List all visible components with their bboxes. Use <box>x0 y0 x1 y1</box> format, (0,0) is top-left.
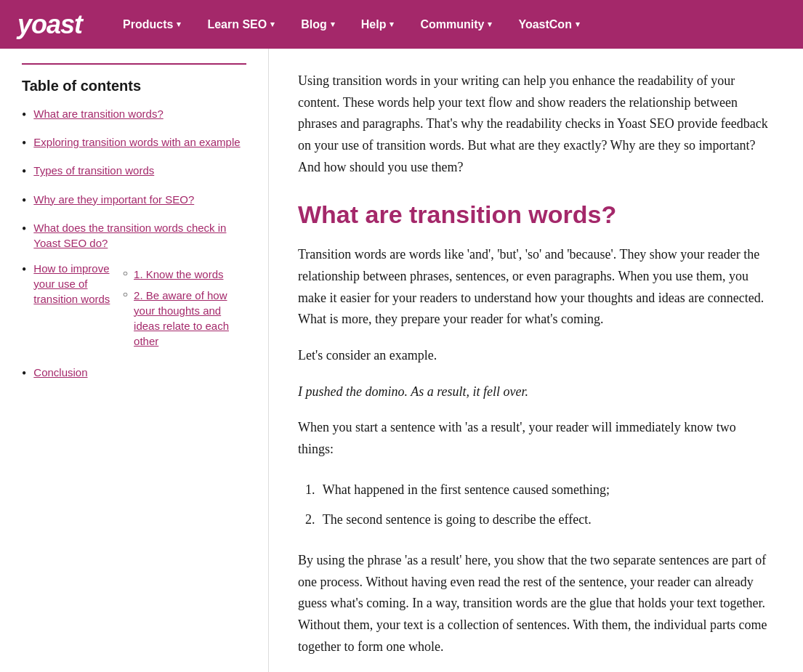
chevron-down-icon: ▾ <box>576 20 580 29</box>
page-layout: Table of contents What are transition wo… <box>0 49 803 672</box>
toc-sub-list: 1. Know the words 2. Be aware of how you… <box>123 267 246 355</box>
toc-item-what-are: What are transition words? <box>22 106 246 124</box>
toc-divider <box>22 63 246 65</box>
site-logo[interactable]: yoast <box>17 9 82 40</box>
main-nav: Products ▾ Learn SEO ▾ Blog ▾ Help ▾ Com… <box>111 12 592 37</box>
toc-link-yoast-check[interactable]: What does the transition words check in … <box>33 220 246 251</box>
toc-item-yoast-check: What does the transition words check in … <box>22 220 246 251</box>
sidebar: Table of contents What are transition wo… <box>0 49 269 672</box>
nav-community[interactable]: Community ▾ <box>408 12 504 37</box>
section-heading-what-are: What are transition words? <box>298 200 774 230</box>
numbered-list: 1. What happened in the first sentence c… <box>298 475 774 535</box>
nav-yoastcon[interactable]: YoastCon ▾ <box>507 12 591 37</box>
list-text-2: The second sentence is going to describe… <box>323 512 592 527</box>
toc-item-types: Types of transition words <box>22 163 246 181</box>
toc-item-how-to: How to improve your use of transition wo… <box>22 261 246 355</box>
example-intro-text: Let's consider an example. <box>298 345 774 367</box>
list-text-1: What happened in the first sentence caus… <box>323 482 610 497</box>
list-num-1: 1. <box>305 482 315 497</box>
toc-link-conclusion[interactable]: Conclusion <box>33 365 87 380</box>
nav-learn-seo[interactable]: Learn SEO ▾ <box>195 12 286 37</box>
toc-sub-item-know: 1. Know the words <box>123 267 246 282</box>
toc-list: What are transition words? Exploring tra… <box>22 106 246 383</box>
chevron-down-icon: ▾ <box>177 20 181 29</box>
toc-link-why-seo[interactable]: Why are they important for SEO? <box>33 192 194 207</box>
list-num-2: 2. <box>305 512 315 527</box>
site-header: yoast Products ▾ Learn SEO ▾ Blog ▾ Help… <box>0 0 803 49</box>
list-item-1: 1. What happened in the first sentence c… <box>298 475 774 506</box>
toc-item-conclusion: Conclusion <box>22 365 246 383</box>
nav-blog[interactable]: Blog ▾ <box>289 12 347 37</box>
toc-link-how-to[interactable]: How to improve your use of transition wo… <box>33 261 116 307</box>
section1-paragraph1: Transition words are words like 'and', '… <box>298 244 774 331</box>
after-example-text: When you start a sentence with 'as a res… <box>298 417 774 460</box>
toc-item-exploring: Exploring transition words with an examp… <box>22 134 246 153</box>
intro-paragraph: Using transition words in your writing c… <box>298 70 774 178</box>
chevron-down-icon: ▾ <box>488 20 492 29</box>
chevron-down-icon: ▾ <box>390 20 394 29</box>
toc-item-why-seo: Why are they important for SEO? <box>22 192 246 210</box>
section1-paragraph2: By using the phrase 'as a result' here, … <box>298 550 774 657</box>
nav-help[interactable]: Help ▾ <box>350 12 406 37</box>
toc-link-what-are[interactable]: What are transition words? <box>33 106 163 121</box>
chevron-down-icon: ▾ <box>270 20 275 29</box>
main-content: Using transition words in your writing c… <box>269 49 803 672</box>
list-item-2: 2. The second sentence is going to descr… <box>298 505 774 535</box>
example-sentence: I pushed the domino. As a result, it fel… <box>298 381 774 403</box>
toc-link-exploring[interactable]: Exploring transition words with an examp… <box>33 134 240 150</box>
nav-products[interactable]: Products ▾ <box>111 12 193 37</box>
toc-link-types[interactable]: Types of transition words <box>33 163 154 178</box>
toc-link-know[interactable]: 1. Know the words <box>134 267 223 282</box>
toc-title: Table of contents <box>22 78 246 94</box>
toc-sub-item-aware: 2. Be aware of how your thoughts and ide… <box>123 288 246 349</box>
chevron-down-icon: ▾ <box>331 20 335 29</box>
toc-link-aware[interactable]: 2. Be aware of how your thoughts and ide… <box>134 288 246 349</box>
